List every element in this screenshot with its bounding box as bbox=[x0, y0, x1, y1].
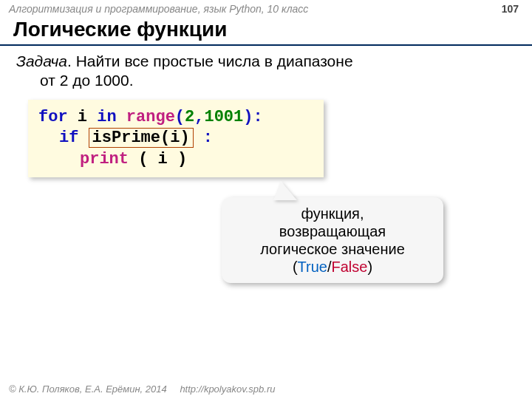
callout-line-3: логическое значение bbox=[260, 241, 405, 257]
fn-print: print bbox=[80, 150, 129, 168]
num-2: 2 bbox=[185, 108, 194, 126]
print-args: ( i ) bbox=[138, 150, 187, 168]
code-line-3: print ( i ) bbox=[38, 149, 313, 171]
slide-title: Логические функции bbox=[0, 16, 532, 46]
fn-range: range bbox=[126, 108, 175, 126]
callout-body: функция, возвращающая логическое значени… bbox=[222, 197, 443, 283]
callout-lp: ( bbox=[293, 259, 298, 275]
code-line-2: if isPrime(i) : bbox=[38, 128, 313, 149]
callout: функция, возвращающая логическое значени… bbox=[222, 181, 443, 283]
problem-text-2: от 2 до 1000. bbox=[16, 71, 510, 90]
callout-tail bbox=[273, 181, 297, 200]
problem-label: Задача bbox=[16, 52, 67, 69]
kw-in: in bbox=[97, 108, 116, 126]
colon-2: : bbox=[203, 129, 213, 147]
callout-rp: ) bbox=[367, 259, 372, 275]
code-block: for i in range(2,1001): if isPrime(i) : … bbox=[28, 100, 324, 178]
lparen: ( bbox=[175, 108, 185, 126]
num-1001: 1001 bbox=[204, 108, 243, 126]
callout-true: True bbox=[298, 259, 327, 275]
problem-text-1: . Найти все простые числа в диапазоне bbox=[67, 52, 353, 69]
kw-if: if bbox=[59, 129, 78, 147]
callout-line-1: функция, bbox=[301, 205, 364, 222]
code-line-1: for i in range(2,1001): bbox=[38, 107, 313, 129]
comma: , bbox=[194, 108, 204, 126]
course-label: Алгоритмизация и программирование, язык … bbox=[9, 3, 308, 15]
colon: : bbox=[253, 108, 262, 126]
footer-url[interactable]: http://kpolyakov.spb.ru bbox=[180, 383, 275, 395]
copyright: © К.Ю. Поляков, Е.А. Ерёмин, 2014 bbox=[9, 383, 167, 395]
header: Алгоритмизация и программирование, язык … bbox=[0, 0, 532, 16]
callout-line-2: возвращающая bbox=[279, 223, 386, 239]
problem-statement: Задача. Найти все простые числа в диапаз… bbox=[0, 52, 532, 91]
callout-false: False bbox=[332, 259, 368, 275]
footer: © К.Ю. Поляков, Е.А. Ерёмин, 2014 http:/… bbox=[9, 383, 275, 395]
var-i: i bbox=[68, 108, 98, 126]
page-number: 107 bbox=[502, 3, 519, 15]
rparen: ) bbox=[243, 108, 253, 126]
isprime-call: isPrime(i) bbox=[89, 128, 194, 148]
kw-for: for bbox=[38, 108, 68, 126]
